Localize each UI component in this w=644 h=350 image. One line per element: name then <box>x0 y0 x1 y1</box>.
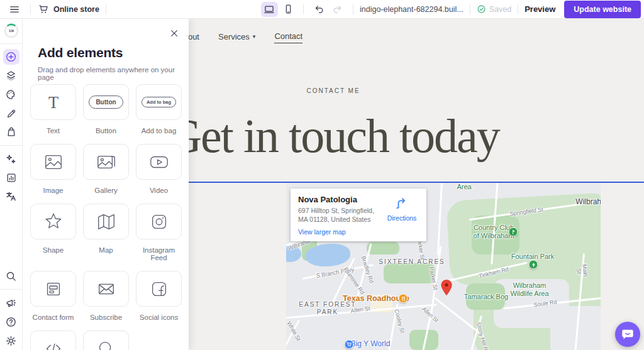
site-domain[interactable]: indigo-elephant-682294.buil... <box>360 5 464 14</box>
element-tile-video[interactable]: Video <box>136 144 182 194</box>
text-icon: T <box>43 92 64 113</box>
saved-label: Saved <box>489 5 511 14</box>
panel-subtitle: Drag and drop elements anywhere on your … <box>38 66 189 81</box>
online-store-button[interactable]: Online store <box>38 4 99 14</box>
map-label: Tamarack Bog <box>464 293 508 301</box>
divider <box>106 4 106 14</box>
svg-text:T: T <box>48 92 58 111</box>
element-tile-text[interactable]: TText <box>30 84 76 134</box>
chevron-down-icon: ▾ <box>253 33 256 40</box>
element-tile-add-to-bag[interactable]: Add to bagAdd to bag <box>136 84 182 134</box>
online-store-label: Online store <box>53 5 99 14</box>
sidebar-item-edit[interactable] <box>3 106 19 121</box>
directions-icon <box>395 196 409 210</box>
element-tile-shape[interactable]: Shape <box>30 204 76 261</box>
map-label: Area <box>457 183 471 190</box>
map-label: Wilbraham <box>575 198 601 207</box>
panel-title: Add elements <box>38 45 189 60</box>
gallery-icon <box>96 151 117 173</box>
element-label: Shape <box>30 246 76 254</box>
setup-progress-ring[interactable]: 1/9 <box>4 23 19 38</box>
nav-item-services[interactable]: Services▾ <box>218 32 255 43</box>
chat-icon <box>621 327 635 341</box>
sidebar-item-styles[interactable] <box>3 87 19 102</box>
cart-icon <box>38 4 49 14</box>
video-icon <box>148 151 170 173</box>
nav-item-contact[interactable]: Contact <box>274 31 303 43</box>
search-lg-icon <box>96 338 117 350</box>
svg-text:1/9: 1/9 <box>9 29 14 33</box>
element-tile-social-icons[interactable]: Social icons <box>136 271 182 321</box>
google-map-embed[interactable]: AreaWilbrahamSpringfield StCountry Club … <box>286 183 601 350</box>
mobile-view-button[interactable] <box>280 2 297 17</box>
divider <box>303 4 304 14</box>
golf-marker[interactable] <box>509 227 518 237</box>
map-label: EAST FOREST PARK <box>299 301 356 315</box>
sidebar-item-sections[interactable] <box>3 68 19 84</box>
code-icon <box>43 338 64 350</box>
redo-icon[interactable] <box>332 4 343 14</box>
hamburger-menu-icon[interactable] <box>9 4 20 15</box>
map-info-card: Nova Patologia 697 Hilltop St, Springfie… <box>291 189 426 241</box>
element-label: Add to bag <box>136 127 182 134</box>
update-website-button[interactable]: Update website <box>564 1 641 18</box>
store-cart-marker[interactable] <box>345 340 354 349</box>
map-label: Wilbraham Wildlife Area <box>510 282 548 297</box>
view-larger-map-link[interactable]: View larger map <box>298 228 384 236</box>
map-label: Fountain Park <box>511 253 554 261</box>
instagram-icon <box>148 211 170 232</box>
sidebar-item-add-elements[interactable] <box>3 49 19 65</box>
map-card-address: 697 Hilltop St, Springfield, MA 01128, U… <box>298 206 384 224</box>
sidebar-item-languages[interactable] <box>3 189 19 205</box>
element-tile-button[interactable]: ButtonButton <box>83 84 129 134</box>
element-tile-map[interactable]: Map <box>83 204 129 261</box>
map-card-title: Nova Patologia <box>298 195 384 204</box>
close-icon[interactable] <box>168 27 180 40</box>
check-circle-icon <box>477 4 486 14</box>
sidebar-item-help[interactable] <box>3 314 19 330</box>
phone-icon <box>283 4 294 14</box>
social-icons-icon <box>148 278 170 300</box>
undo-icon[interactable] <box>314 4 325 14</box>
divider <box>353 4 353 14</box>
element-label: Video <box>136 187 182 194</box>
directions-button[interactable]: Directions <box>384 195 420 236</box>
map-label: SIXTEEN ACRES <box>379 258 445 266</box>
sidebar-item-analytics[interactable] <box>3 170 19 186</box>
element-tile-embed-code[interactable] <box>30 331 76 350</box>
element-tile-instagram-feed[interactable]: Instagram Feed <box>136 204 182 261</box>
contact-form-icon <box>43 278 64 300</box>
topbar: Online store indigo-elephant-682294.buil… <box>0 0 644 19</box>
subscribe-icon <box>96 278 117 300</box>
elements-grid: TTextButtonButtonAdd to bagAdd to bagIma… <box>30 84 182 350</box>
add-elements-panel: Add elements Drag and drop elements anyw… <box>23 19 189 350</box>
element-tile-gallery[interactable]: Gallery <box>83 144 129 194</box>
red-pin[interactable] <box>441 279 453 296</box>
element-tile-contact-form[interactable]: Contact form <box>30 271 76 321</box>
divider <box>0 289 23 290</box>
divider <box>470 4 470 14</box>
restaurant-marker[interactable] <box>399 294 408 304</box>
website-builder-window: AboutServices▾Contact CONTACT ME Get in … <box>0 0 644 350</box>
sidebar-item-ai-tools[interactable] <box>3 151 19 167</box>
add-to-bag-pill-icon: Add to bag <box>142 97 176 107</box>
button-pill-icon: Button <box>89 96 123 109</box>
element-label: Instagram Feed <box>136 246 182 261</box>
sidebar-item-marketing[interactable] <box>3 295 19 311</box>
site-navigation: AboutServices▾Contact <box>178 31 303 43</box>
element-label: Subscribe <box>83 314 129 321</box>
element-tile-search-bar[interactable] <box>83 331 129 350</box>
sidebar-item-store[interactable] <box>3 124 19 140</box>
chat-widget-button[interactable] <box>615 322 640 347</box>
divider <box>518 4 518 14</box>
preview-button[interactable]: Preview <box>525 4 555 14</box>
desktop-view-button[interactable] <box>261 2 278 17</box>
element-tile-subscribe[interactable]: Subscribe <box>83 271 129 321</box>
element-tile-image[interactable]: Image <box>30 144 76 194</box>
divider <box>0 145 23 146</box>
element-label: Text <box>30 127 76 134</box>
park-tree-marker[interactable] <box>529 260 538 270</box>
map-label: Main St <box>574 261 590 282</box>
sidebar-item-search[interactable] <box>3 268 19 284</box>
sidebar-item-settings[interactable] <box>3 333 19 349</box>
